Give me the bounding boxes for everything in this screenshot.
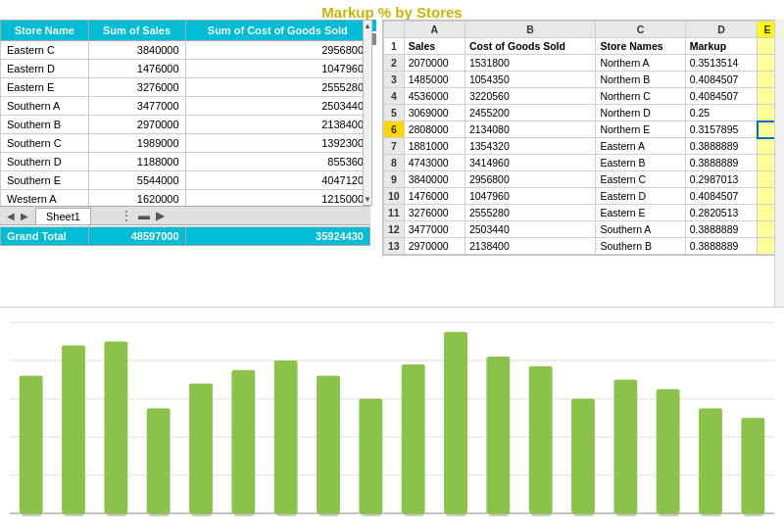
ss-cell[interactable]: 0.3513514 (685, 55, 758, 72)
ss-cell[interactable]: Northern B (596, 72, 685, 88)
col-header-store: Store Name (1, 21, 89, 41)
ss-row-num: 5 (384, 105, 405, 121)
ss-cell[interactable]: 3069000 (404, 105, 465, 121)
ss-cell[interactable]: 2070000 (404, 55, 465, 72)
sheet-prev-btn[interactable]: ◀ (4, 211, 18, 221)
ss-cell[interactable]: 2555280 (465, 205, 595, 221)
ss-row: 445360003220560Northern C0.4084507 (384, 88, 778, 105)
ss-cell[interactable]: Southern A (596, 221, 685, 238)
ss-cell[interactable]: 1485000 (404, 72, 465, 88)
ss-cell[interactable]: 2956800 (465, 171, 595, 188)
left-table-cell: 1047960 (185, 60, 369, 78)
ss-cell[interactable]: 1354320 (465, 138, 595, 155)
chart-bar[interactable] (189, 383, 213, 513)
ss-cell[interactable]: Northern D (596, 105, 685, 121)
chart-bar[interactable] (699, 409, 722, 513)
chart-bar[interactable] (104, 342, 127, 514)
ss-row: 220700001531800Northern A0.3513514 (384, 55, 778, 72)
left-table-grand-total-row: Grand Total4859700035924430 (1, 227, 370, 246)
ss-col-header-b: B (465, 22, 595, 38)
chart-bar[interactable] (231, 370, 255, 513)
ss-cell[interactable]: Southern B (596, 238, 685, 255)
chart-bar[interactable] (529, 366, 553, 513)
ss-cell[interactable]: 0.4084507 (685, 188, 758, 205)
chart-bar[interactable] (657, 389, 680, 513)
ss-cell[interactable]: 0.3888889 (685, 138, 758, 155)
ss-row: 1132760002555280Eastern E0.2820513 (384, 205, 778, 221)
ss-cell[interactable]: 1881000 (404, 138, 465, 155)
ss-row: 718810001354320Eastern A0.3888889 (384, 138, 778, 155)
ss-cell[interactable]: 2970000 (404, 238, 465, 255)
ss-cell[interactable]: Northern C (596, 88, 685, 105)
ss-cell[interactable]: 3276000 (404, 205, 465, 221)
ss-cell[interactable]: Eastern D (596, 188, 685, 205)
ss-cell[interactable]: Eastern A (596, 138, 685, 155)
ss-cell[interactable]: 0.25 (685, 105, 758, 121)
left-table-cell: Southern C (1, 134, 89, 153)
ss-cell[interactable]: Eastern B (596, 155, 685, 171)
left-table-row: Southern B29700002138400 (1, 116, 370, 134)
ss-cell[interactable]: 2138400 (465, 238, 595, 255)
scroll-up-arrow[interactable]: ▲ (363, 21, 372, 31)
left-table-row: Southern C19890001392300 (1, 134, 370, 153)
ss-cell[interactable]: Northern A (596, 55, 685, 72)
ss-cell[interactable]: Markup (685, 38, 758, 55)
ss-cell[interactable]: 1054350 (465, 72, 595, 88)
ss-cell[interactable]: 1047960 (465, 188, 595, 205)
ss-cell[interactable]: Sales (404, 38, 465, 55)
ss-cell[interactable]: Cost of Goods Sold (465, 38, 595, 55)
ss-col-header-d: D (685, 22, 758, 38)
ss-cell[interactable]: 0.3157895 (685, 121, 758, 138)
chart-bar[interactable] (741, 418, 764, 514)
left-table-cell: Southern E (1, 171, 89, 190)
scroll-down-arrow[interactable]: ▼ (363, 194, 372, 205)
ss-cell[interactable]: Northern E (596, 121, 685, 138)
left-table-cell: 4047120 (185, 171, 369, 190)
ss-cell[interactable]: Store Names (596, 38, 685, 55)
ss-row-num: 6 (384, 121, 405, 138)
chart-bar[interactable] (613, 380, 637, 514)
chart-bar[interactable] (402, 364, 425, 513)
chart-bar[interactable] (486, 357, 510, 513)
ss-cell[interactable]: 3840000 (404, 171, 465, 188)
chart-bar[interactable] (359, 399, 382, 513)
chart-bar[interactable] (20, 376, 43, 513)
ss-cell[interactable]: 0.2987013 (685, 171, 758, 188)
chart-bar[interactable] (274, 361, 298, 513)
ss-cell[interactable]: 2503440 (465, 221, 595, 238)
chart-bar[interactable] (571, 399, 595, 513)
chart-bar[interactable] (317, 376, 340, 513)
ss-cell[interactable]: 3414960 (465, 155, 595, 171)
ss-cell[interactable]: 0.4084507 (685, 88, 758, 105)
sheet1-tab[interactable]: Sheet1 (35, 208, 91, 224)
ss-cell[interactable]: 1531800 (465, 55, 595, 72)
left-table-cell: 3840000 (88, 41, 185, 60)
ss-cell[interactable]: 0.3888889 (685, 155, 758, 171)
ss-cell[interactable]: 0.4084507 (685, 72, 758, 88)
left-table-grand-total-cell: 48597000 (88, 227, 185, 246)
ss-row-num: 7 (384, 138, 405, 155)
chart-bar[interactable] (147, 409, 171, 513)
ss-cell[interactable]: 2134080 (465, 121, 595, 138)
left-table-cell: 3276000 (88, 78, 185, 97)
sheet-tab-bar: ◀ ▶ Sheet1 ⋮ ▬ ▶ (0, 206, 370, 225)
ss-cell[interactable]: Eastern C (596, 171, 685, 188)
ss-cell[interactable]: 0.3888889 (685, 238, 758, 255)
ss-cell[interactable]: 4743000 (404, 155, 465, 171)
ss-cell[interactable]: 1476000 (404, 188, 465, 205)
ss-cell[interactable]: 3220560 (465, 88, 595, 105)
ss-cell[interactable]: 0.2820513 (685, 205, 758, 221)
sheet-next-btn[interactable]: ▶ (18, 211, 31, 221)
ss-cell[interactable]: Eastern E (596, 205, 685, 221)
ss-cell[interactable]: 3477000 (404, 221, 465, 238)
ss-cell[interactable]: 2808000 (404, 121, 465, 138)
ss-cell[interactable]: 2455200 (465, 105, 595, 121)
ss-cell[interactable]: 4536000 (404, 88, 465, 105)
chart-bar[interactable] (62, 345, 85, 513)
left-table-cell: Southern A (1, 97, 89, 116)
ss-cell[interactable]: 0.3888889 (685, 221, 758, 238)
ss-row: 530690002455200Northern D0.25 (384, 105, 778, 121)
sheet-bar: ▬ (138, 209, 150, 222)
left-scroll-vertical[interactable]: ▲ ▼ (363, 20, 372, 206)
chart-bar[interactable] (444, 332, 467, 513)
